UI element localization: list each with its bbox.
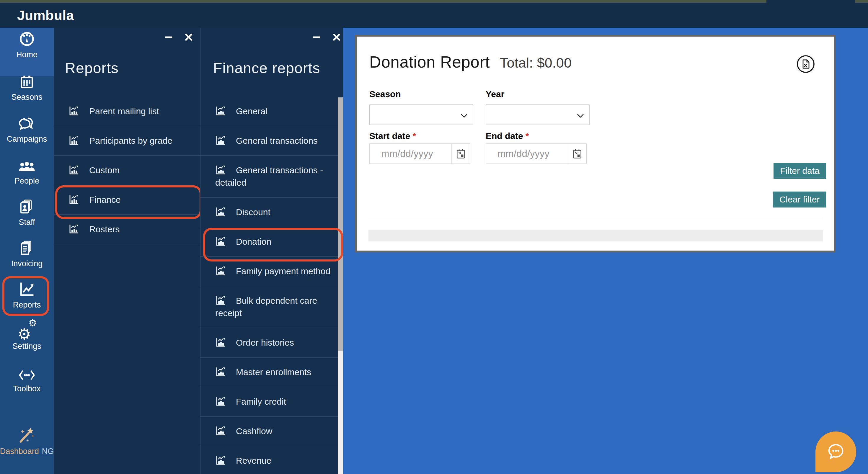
clear-filter-button[interactable]: Clear filter [773, 192, 826, 208]
bar-chart-icon [215, 165, 226, 175]
page-title: Donation Report [369, 53, 490, 71]
top-strip-patch [767, 0, 855, 3]
finance-item-order-histories[interactable]: Order histories [200, 328, 338, 358]
sidebar-item-dashboard-ng[interactable]: DashboardNG [0, 427, 54, 456]
magic-wand-icon [18, 427, 36, 444]
finance-item-label: General transactions - detailed [215, 165, 323, 187]
sidebar-item-label: Settings [12, 342, 41, 351]
start-date-field [369, 144, 470, 164]
code-dots-icon [18, 364, 36, 381]
chevron-down-icon [460, 113, 468, 118]
calendar-picker-icon[interactable] [452, 144, 470, 163]
finance-item-family-credit[interactable]: Family credit [200, 387, 338, 417]
chat-widget-button[interactable] [815, 432, 856, 472]
donation-report-card: Donation Report Total: $0.00 Season Year… [355, 35, 836, 252]
empty-results-bar [368, 230, 823, 242]
results-divider [368, 219, 823, 219]
excel-export-icon[interactable] [796, 54, 815, 74]
finance-item-label: Family credit [236, 397, 286, 406]
sidebar-item-campaigns[interactable]: Campaigns [0, 115, 54, 144]
reports-panel-list: Parent mailing list Participants by grad… [54, 97, 200, 244]
bar-chart-icon [215, 207, 226, 217]
end-date-field [486, 144, 587, 164]
calendar-icon [19, 73, 35, 90]
minimize-icon[interactable] [164, 33, 173, 41]
chat-bubbles-icon [18, 115, 35, 132]
sidebar-item-toolbox[interactable]: Toolbox [0, 364, 54, 393]
close-icon[interactable] [185, 33, 193, 41]
report-item-label: Parent mailing list [89, 106, 159, 116]
finance-item-revenue[interactable]: Revenue [200, 446, 338, 474]
finance-item-discount[interactable]: Discount [200, 198, 338, 227]
report-item-label: Rosters [89, 224, 120, 234]
finance-item-label: Revenue [236, 456, 271, 466]
sidebar-item-label: DashboardNG [0, 447, 54, 456]
sidebar-item-invoicing[interactable]: Invoicing [0, 239, 54, 268]
chat-bubble-dots-icon [826, 442, 846, 461]
gauge-icon [19, 30, 35, 47]
finance-item-label: Cashflow [236, 426, 272, 436]
report-item-rosters[interactable]: Rosters [54, 215, 200, 244]
report-item-participants-by-grade[interactable]: Participants by grade [54, 126, 200, 156]
report-item-label: Participants by grade [89, 136, 173, 146]
finance-item-label: Donation [236, 237, 271, 247]
panel-scrollbar-thumb[interactable] [338, 97, 343, 351]
jumbula-logo: Jumbula [17, 7, 74, 23]
bar-chart-icon [68, 224, 79, 234]
gears-icon: ⚙⚙ [18, 322, 36, 339]
report-item-label: Finance [89, 195, 121, 204]
panel-window-controls [312, 33, 341, 41]
year-select[interactable] [486, 104, 590, 125]
end-date-label: End date* [486, 131, 529, 141]
bar-chart-icon [68, 135, 79, 146]
bar-chart-icon [215, 367, 226, 377]
sidebar-item-settings[interactable]: ⚙⚙ Settings [0, 322, 54, 351]
bar-chart-icon [215, 295, 226, 306]
report-item-parent-mailing-list[interactable]: Parent mailing list [54, 97, 200, 126]
finance-item-family-payment-method[interactable]: Family payment method [200, 257, 338, 286]
sidebar-item-label: Invoicing [11, 259, 43, 268]
start-date-input[interactable] [370, 144, 452, 163]
season-select[interactable] [369, 104, 473, 125]
bar-chart-icon [215, 396, 226, 407]
finance-item-label: General transactions [236, 136, 318, 146]
finance-item-general[interactable]: General [200, 97, 338, 126]
bar-chart-icon [215, 135, 226, 146]
bar-chart-icon [215, 106, 226, 116]
finance-item-label: Family payment method [236, 266, 330, 276]
browser-top-strip [0, 0, 868, 3]
finance-item-master-enrollments[interactable]: Master enrollments [200, 358, 338, 387]
season-label: Season [369, 89, 401, 99]
end-date-input[interactable] [486, 144, 568, 163]
panel-title: Reports [65, 60, 119, 77]
sidebar-item-label: Campaigns [7, 134, 47, 144]
minimize-icon[interactable] [312, 33, 321, 41]
finance-item-cashflow[interactable]: Cashflow [200, 417, 338, 446]
sidebar-item-seasons[interactable]: Seasons [0, 73, 54, 102]
finance-item-label: General [236, 106, 268, 116]
bar-chart-icon [215, 265, 226, 276]
id-cards-icon [19, 198, 35, 215]
finance-item-donation[interactable]: Donation [200, 227, 338, 257]
finance-item-general-transactions-detailed[interactable]: General transactions - detailed [200, 156, 338, 198]
panel-window-controls [164, 33, 193, 41]
finance-item-label: Master enrollments [236, 367, 311, 377]
sidebar-item-label: Seasons [11, 93, 42, 102]
panel-scrollbar-track [338, 97, 343, 474]
finance-item-bulk-dependent-care-receipt[interactable]: Bulk dependent care receipt [200, 286, 338, 328]
report-item-finance[interactable]: Finance [54, 185, 200, 215]
calendar-picker-icon[interactable] [568, 144, 586, 163]
sidebar-item-staff[interactable]: Staff [0, 198, 54, 227]
app-header-bar: Jumbula [0, 3, 868, 28]
start-date-label: Start date* [369, 131, 416, 141]
filter-data-button[interactable]: Filter data [774, 163, 826, 179]
finance-item-label: Order histories [236, 338, 294, 347]
report-item-custom[interactable]: Custom [54, 156, 200, 185]
finance-item-general-transactions[interactable]: General transactions [200, 126, 338, 156]
bar-chart-icon [215, 425, 226, 436]
close-icon[interactable] [333, 33, 341, 41]
sidebar-item-home[interactable]: Home [0, 30, 54, 59]
finance-item-label: Discount [236, 207, 271, 217]
report-item-label: Custom [89, 165, 120, 175]
sidebar-item-people[interactable]: People [0, 156, 54, 186]
